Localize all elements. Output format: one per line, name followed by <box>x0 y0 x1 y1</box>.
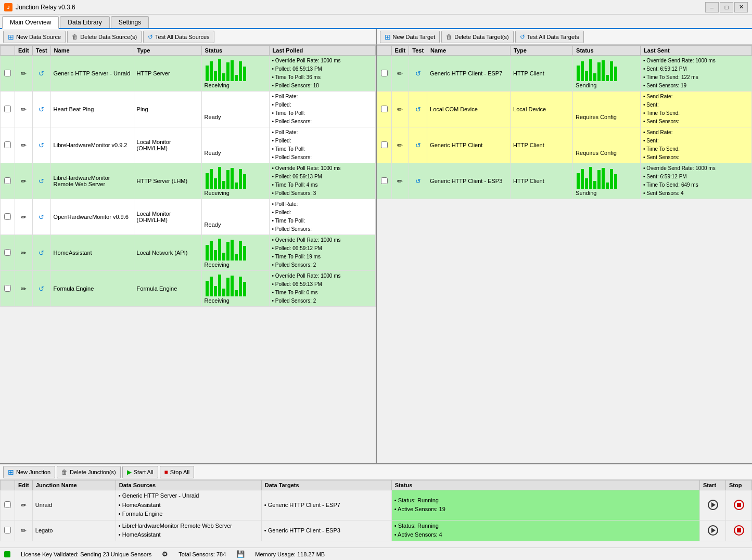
license-text: License Key Validated: Sending 23 Unique… <box>21 551 151 557</box>
source-row-checkbox[interactable] <box>1 199 15 235</box>
refresh-icon[interactable]: ↺ <box>39 249 44 257</box>
junction-row-stop[interactable] <box>726 490 752 520</box>
app-title: Junction Relay v0.3.6 <box>16 4 75 11</box>
refresh-icon[interactable]: ↺ <box>39 177 44 185</box>
targets-scroll[interactable]: Edit Test Name Type Status Last Sent ✏ ↺… <box>377 45 753 463</box>
tab-data-library[interactable]: Data Library <box>60 16 109 28</box>
junction-row-stop[interactable] <box>726 520 752 541</box>
source-row-checkbox[interactable] <box>1 235 15 271</box>
close-button[interactable]: ✕ <box>734 2 748 12</box>
source-row-checkbox[interactable] <box>1 56 15 92</box>
stop-junction-button[interactable] <box>734 500 744 510</box>
source-row-refresh[interactable]: ↺ <box>32 199 50 235</box>
junction-row-start[interactable] <box>700 520 726 541</box>
tab-settings[interactable]: Settings <box>111 16 149 28</box>
refresh-icon[interactable]: ↺ <box>39 285 44 293</box>
junction-row-edit[interactable]: ✏ <box>15 520 33 541</box>
target-row-refresh[interactable]: ↺ <box>409 127 427 163</box>
source-status-cell: Ready <box>201 92 269 127</box>
start-all-button[interactable]: ▶ Start All <box>122 466 158 478</box>
edit-icon[interactable]: ✏ <box>21 70 27 77</box>
edit-icon[interactable]: ✏ <box>21 285 27 293</box>
refresh-icon[interactable]: ↺ <box>39 106 44 113</box>
edit-target-icon[interactable]: ✏ <box>397 106 403 113</box>
target-row-checkbox[interactable] <box>377 56 391 92</box>
edit-target-icon[interactable]: ✏ <box>397 141 403 149</box>
source-row-checkbox[interactable] <box>1 163 15 199</box>
edit-target-icon[interactable]: ✏ <box>397 70 403 77</box>
start-junction-button[interactable] <box>708 500 718 510</box>
source-row-refresh[interactable]: ↺ <box>32 56 50 92</box>
source-row-last-polled: • Override Poll Rate: 1000 ms• Polled: 0… <box>269 56 375 92</box>
test-all-sources-button[interactable]: ↺ Test All Data Sources <box>143 31 214 43</box>
source-status-cell: Receiving <box>201 56 269 92</box>
source-row-refresh[interactable]: ↺ <box>32 235 50 271</box>
source-row-type: Local Monitor (OHM/LHM) <box>134 199 201 235</box>
source-row-checkbox[interactable] <box>1 127 15 163</box>
source-row-refresh[interactable]: ↺ <box>32 92 50 127</box>
edit-junction-icon[interactable]: ✏ <box>21 501 27 509</box>
edit-target-icon[interactable]: ✏ <box>397 177 403 185</box>
stop-all-button[interactable]: ■ Stop All <box>160 466 195 478</box>
new-data-source-button[interactable]: ⊞ New Data Source <box>3 31 66 43</box>
delete-data-source-button[interactable]: 🗑 Delete Data Source(s) <box>67 31 142 43</box>
delete-junction-icon: 🗑 <box>61 468 68 476</box>
source-row-edit[interactable]: ✏ <box>15 235 33 271</box>
tab-main-overview[interactable]: Main Overview <box>2 16 59 29</box>
refresh-target-icon[interactable]: ↺ <box>415 177 421 185</box>
maximize-button[interactable]: □ <box>720 2 733 12</box>
target-row-edit[interactable]: ✏ <box>391 56 409 92</box>
source-row-edit[interactable]: ✏ <box>15 199 33 235</box>
target-row-edit[interactable]: ✏ <box>391 127 409 163</box>
refresh-target-icon[interactable]: ↺ <box>415 106 421 113</box>
test-all-targets-button[interactable]: ↺ Test All Data Targets <box>515 31 584 43</box>
edit-icon[interactable]: ✏ <box>21 106 27 113</box>
svg-rect-48 <box>610 61 613 81</box>
sources-scroll[interactable]: Edit Test Name Type Status Last Polled ✏… <box>0 45 376 463</box>
source-row-edit[interactable]: ✏ <box>15 92 33 127</box>
source-row-edit[interactable]: ✏ <box>15 127 33 163</box>
refresh-icon[interactable]: ↺ <box>39 70 44 77</box>
junction-row-checkbox[interactable] <box>1 490 15 520</box>
target-row-refresh[interactable]: ↺ <box>409 163 427 199</box>
source-row-edit[interactable]: ✏ <box>15 271 33 307</box>
edit-junction-icon[interactable]: ✏ <box>21 527 27 535</box>
edit-icon[interactable]: ✏ <box>21 141 27 149</box>
new-data-target-button[interactable]: ⊞ New Data Target <box>380 31 440 43</box>
refresh-target-icon[interactable]: ↺ <box>415 70 421 77</box>
target-row-checkbox[interactable] <box>377 127 391 163</box>
refresh-icon[interactable]: ↺ <box>39 213 44 221</box>
delete-junction-button[interactable]: 🗑 Delete Junction(s) <box>57 466 121 478</box>
target-row-edit[interactable]: ✏ <box>391 163 409 199</box>
source-row-refresh[interactable]: ↺ <box>32 127 50 163</box>
svg-rect-57 <box>606 183 609 189</box>
source-row-checkbox[interactable] <box>1 92 15 127</box>
svg-rect-58 <box>610 169 613 189</box>
target-row-type: HTTP Client <box>511 163 573 199</box>
source-row-refresh[interactable]: ↺ <box>32 271 50 307</box>
source-row-edit[interactable]: ✏ <box>15 163 33 199</box>
new-junction-button[interactable]: ⊞ New Junction <box>3 466 55 478</box>
svg-rect-37 <box>235 290 238 296</box>
source-row-checkbox[interactable] <box>1 271 15 307</box>
junction-row-checkbox[interactable] <box>1 520 15 541</box>
refresh-icon[interactable]: ↺ <box>39 141 44 149</box>
source-row-edit[interactable]: ✏ <box>15 56 33 92</box>
stop-junction-button[interactable] <box>734 525 744 536</box>
edit-icon[interactable]: ✏ <box>21 249 27 257</box>
minimize-button[interactable]: – <box>705 2 719 12</box>
target-row-refresh[interactable]: ↺ <box>409 56 427 92</box>
target-row-checkbox[interactable] <box>377 92 391 127</box>
target-row-refresh[interactable]: ↺ <box>409 92 427 127</box>
edit-icon[interactable]: ✏ <box>21 213 27 221</box>
refresh-target-icon[interactable]: ↺ <box>415 141 421 149</box>
edit-icon[interactable]: ✏ <box>21 177 27 185</box>
junction-row-start[interactable] <box>700 490 726 520</box>
target-row-checkbox[interactable] <box>377 163 391 199</box>
source-row-refresh[interactable]: ↺ <box>32 163 50 199</box>
junction-scroll[interactable]: Edit Junction Name Data Sources Data Tar… <box>0 480 752 548</box>
delete-data-target-button[interactable]: 🗑 Delete Data Target(s) <box>441 31 513 43</box>
target-row-edit[interactable]: ✏ <box>391 92 409 127</box>
start-junction-button[interactable] <box>708 525 718 536</box>
junction-row-edit[interactable]: ✏ <box>15 490 33 520</box>
